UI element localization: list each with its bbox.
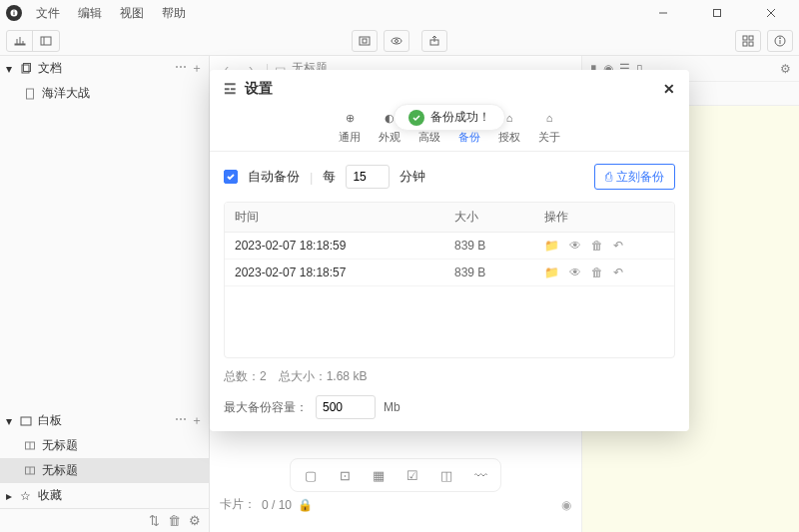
svg-rect-22 — [749, 42, 753, 46]
open-folder-icon[interactable]: 📁 — [544, 239, 559, 253]
svg-rect-28 — [27, 89, 34, 99]
settings-icon[interactable]: ⚙ — [189, 513, 201, 528]
view-icon[interactable]: 👁 — [569, 266, 581, 279]
svg-point-25 — [780, 37, 781, 38]
trash-icon[interactable]: 🗑 — [168, 513, 181, 528]
card-columns-icon[interactable]: ◫ — [434, 463, 458, 487]
modal-close-button[interactable]: ✕ — [663, 81, 675, 97]
backup-size: 839 B — [454, 239, 544, 253]
backup-row: 2023-02-07 18:18:57 839 B 📁 👁 🗑 ↶ — [225, 260, 674, 286]
cards-label: 卡片： — [220, 496, 256, 513]
auto-backup-checkbox[interactable] — [224, 170, 238, 184]
svg-rect-14 — [363, 39, 367, 43]
view-icon[interactable]: 👁 — [569, 239, 581, 253]
menu-icon: ☲ — [224, 81, 237, 97]
max-backup-input[interactable] — [316, 395, 376, 419]
backup-now-button[interactable]: ⎙ 立刻备份 — [594, 164, 675, 190]
plus-icon[interactable]: ＋ — [191, 60, 203, 77]
sidebar-section-favorites[interactable]: ▸ ☆ 收藏 — [0, 483, 209, 508]
card-check-icon[interactable]: ☑ — [400, 463, 424, 487]
save-icon: ⎙ — [605, 170, 612, 184]
backup-time: 2023-02-07 18:18:59 — [235, 239, 454, 253]
col-size: 大小 — [454, 209, 544, 226]
open-folder-icon[interactable]: 📁 — [544, 266, 559, 279]
sidebar-doc-item[interactable]: 海洋大战 — [0, 81, 209, 106]
sidebar-footer: ⇅ 🗑 ⚙ — [0, 508, 209, 532]
preview-button[interactable] — [384, 30, 409, 52]
grid-view-button[interactable] — [735, 30, 761, 52]
info-button[interactable] — [767, 30, 793, 52]
delete-icon[interactable]: 🗑 — [591, 266, 603, 279]
plus-icon[interactable]: ＋ — [191, 412, 203, 429]
sidebar-section-documents[interactable]: ▾ 文档 ⋯＋ — [0, 56, 209, 81]
card-chart-icon[interactable]: 〰 — [468, 463, 492, 487]
main-toolbar — [0, 26, 799, 56]
card-strip: ▢ ⊡ ▦ ☑ ◫ 〰 卡片： 0 / 10 🔒 ◉ — [210, 452, 581, 532]
doc-item-label: 海洋大战 — [42, 85, 90, 102]
backup-size: 839 B — [454, 266, 544, 279]
backup-row: 2023-02-07 18:18:59 839 B 📁 👁 🗑 ↶ — [225, 233, 674, 260]
check-circle-icon — [408, 110, 424, 126]
backup-summary: 总数：2 总大小：1.68 kB — [224, 368, 675, 385]
card-image-icon[interactable]: ⊡ — [333, 463, 357, 487]
menu-help[interactable]: 帮助 — [158, 3, 190, 24]
focus-mode-button[interactable] — [352, 30, 378, 52]
restore-icon[interactable]: ↶ — [613, 266, 623, 279]
tab-general[interactable]: ⊕通用 — [339, 108, 361, 145]
svg-rect-4 — [714, 10, 721, 17]
export-button[interactable] — [421, 30, 447, 52]
globe-icon: ⊕ — [340, 108, 360, 128]
star-icon: ☆ — [20, 489, 38, 503]
sidebar-board-item[interactable]: 无标题 — [0, 458, 209, 483]
more-icon[interactable]: ⋯ — [175, 60, 187, 77]
card-menu-icon[interactable]: ◉ — [561, 498, 571, 512]
restore-icon[interactable]: ↶ — [613, 239, 623, 253]
card-grid-icon[interactable]: ▦ — [367, 463, 391, 487]
svg-rect-29 — [21, 417, 31, 425]
sidebar-boards-label: 白板 — [38, 412, 175, 429]
view-tree-button[interactable] — [7, 31, 33, 51]
menu-file[interactable]: 文件 — [32, 3, 64, 24]
sync-icon[interactable]: ⇅ — [149, 513, 160, 528]
svg-rect-21 — [743, 42, 747, 46]
menu-view[interactable]: 视图 — [116, 3, 148, 24]
chevron-right-icon: ▸ — [6, 489, 20, 503]
more-icon[interactable]: ⋯ — [175, 412, 187, 429]
home-icon: ⌂ — [539, 108, 559, 128]
toast-text: 备份成功！ — [430, 109, 490, 126]
sidebar: ▾ 文档 ⋯＋ 海洋大战 ▾ 白板 ⋯＋ 无标题 — [0, 56, 210, 532]
card-toolbar: ▢ ⊡ ▦ ☑ ◫ 〰 — [290, 458, 501, 492]
col-ops: 操作 — [544, 209, 664, 226]
menu-edit[interactable]: 编辑 — [74, 3, 106, 24]
window-close-button[interactable] — [749, 0, 793, 26]
window-maximize-button[interactable] — [695, 0, 739, 26]
chevron-down-icon: ▾ — [6, 414, 20, 428]
document-stack-icon — [20, 63, 38, 75]
window-minimize-button[interactable] — [641, 0, 685, 26]
chevron-down-icon: ▾ — [6, 62, 20, 76]
svg-rect-2 — [14, 12, 15, 15]
backup-table: 时间 大小 操作 2023-02-07 18:18:59 839 B 📁 👁 🗑… — [224, 202, 675, 358]
interval-input[interactable] — [346, 165, 390, 189]
lock-icon[interactable]: 🔒 — [298, 498, 313, 512]
svg-rect-11 — [41, 37, 51, 45]
titlebar: 文件 编辑 视图 帮助 — [0, 0, 799, 26]
svg-rect-20 — [749, 36, 753, 40]
sidebar-fav-label: 收藏 — [38, 487, 203, 504]
interval-unit: 分钟 — [400, 168, 425, 186]
svg-point-15 — [392, 38, 401, 44]
right-pane-gear-icon[interactable]: ⚙ — [780, 62, 791, 76]
svg-point-16 — [396, 39, 399, 42]
sidebar-board-item[interactable]: 无标题 — [0, 433, 209, 458]
svg-rect-1 — [14, 11, 15, 12]
board-icon — [20, 415, 38, 427]
settings-modal: ☲ 设置 ✕ 备份成功！ ⊕通用 ◐外观 ☰高级 ⟳备份 ⌂授权 ⌂关于 自动备… — [210, 70, 689, 431]
svg-rect-19 — [743, 36, 747, 40]
svg-rect-7 — [15, 44, 25, 45]
delete-icon[interactable]: 🗑 — [591, 239, 603, 253]
sidebar-section-boards[interactable]: ▾ 白板 ⋯＋ — [0, 408, 209, 433]
card-note-icon[interactable]: ▢ — [299, 463, 323, 487]
tab-about[interactable]: ⌂关于 — [538, 108, 560, 145]
settings-tabs: 备份成功！ ⊕通用 ◐外观 ☰高级 ⟳备份 ⌂授权 ⌂关于 — [210, 108, 689, 152]
view-panel-button[interactable] — [33, 31, 59, 51]
